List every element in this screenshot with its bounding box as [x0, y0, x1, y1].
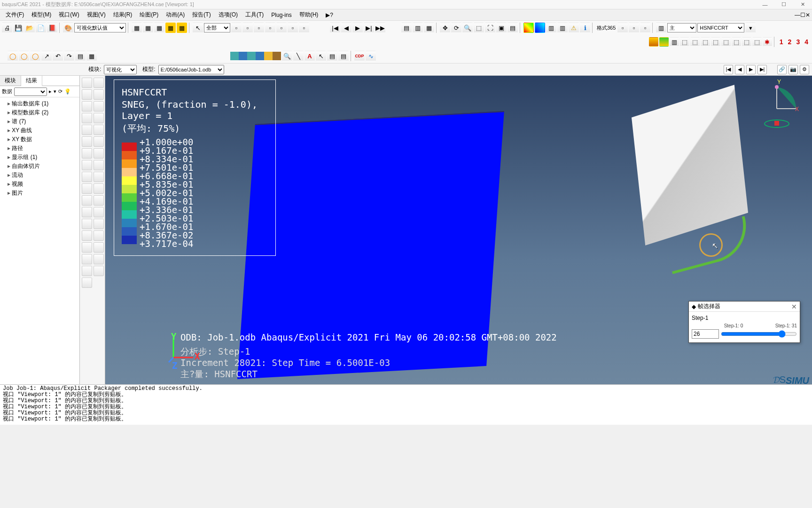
zoomwin-icon[interactable]: ⬚ [474, 23, 484, 33]
toolbox-btn[interactable] [94, 136, 104, 147]
toolbox-btn[interactable] [82, 136, 92, 147]
frame-prev-icon[interactable]: ◀ [735, 65, 744, 74]
toolbox-btn[interactable] [82, 207, 92, 217]
rb-5-icon[interactable]: ⬚ [690, 37, 700, 47]
toolbox-btn[interactable] [94, 219, 104, 229]
cube6-icon[interactable]: ▫ [288, 23, 298, 33]
rb-11-icon[interactable]: ⬚ [752, 37, 762, 47]
menu-whatsthis[interactable]: ▶? [322, 11, 337, 19]
grid1-icon[interactable]: ▤ [401, 23, 412, 33]
toolbox-btn[interactable] [82, 113, 92, 123]
tree-item[interactable]: 自由体切片 [1, 162, 78, 171]
open-icon[interactable]: 📂 [24, 23, 35, 33]
book-icon[interactable]: 📕 [47, 23, 57, 33]
model-combo[interactable]: E:/0506cae/Job-1.odb [158, 65, 224, 74]
grid3-icon[interactable]: ▦ [424, 23, 434, 33]
anim-first-icon[interactable]: |◀ [330, 23, 340, 33]
color4-icon[interactable]: ▥ [557, 23, 568, 33]
circle1-icon[interactable]: ◯ [8, 51, 18, 61]
cursor2-icon[interactable]: ↖ [316, 51, 326, 61]
tree-tab-results[interactable]: 结果 [21, 76, 42, 86]
view-scope-combo[interactable]: 全部 [204, 23, 230, 32]
rb-10-icon[interactable]: ⬚ [742, 37, 751, 47]
toolbox-btn[interactable] [82, 230, 92, 241]
line-icon[interactable]: ╲ [293, 51, 304, 61]
cube3-icon[interactable]: ▫ [254, 23, 264, 33]
cube5-icon[interactable]: ▫ [276, 23, 287, 33]
tree-bulb-icon[interactable]: 💡 [64, 88, 71, 95]
tree-filter-combo[interactable] [14, 87, 47, 96]
color1-icon[interactable] [523, 23, 534, 33]
frame-number-input[interactable] [692, 329, 719, 339]
frame-selector-dialog[interactable]: ◆ 帧选择器 ✕ Step-1 Step-1: 0 Step-1: 31 [688, 301, 800, 343]
toolbox-btn[interactable] [94, 148, 104, 159]
warn-icon[interactable]: ⚠ [569, 23, 579, 33]
toolbox-btn[interactable] [82, 89, 92, 100]
highlight2-icon[interactable]: ▦ [177, 23, 187, 33]
rb-2-icon[interactable] [659, 37, 669, 47]
menu-model[interactable]: 模型(M) [28, 10, 55, 20]
rb-axis-icon[interactable]: ✱ [763, 37, 772, 47]
tree-item[interactable]: 流动 [1, 171, 78, 180]
close-button[interactable]: ✕ [793, 1, 812, 8]
menu-view[interactable]: 视图(V) [83, 10, 109, 20]
toolbox-btn[interactable] [94, 183, 104, 194]
toolbox-btn[interactable] [94, 125, 104, 135]
maximize-button[interactable]: ☐ [774, 1, 793, 8]
tree-item[interactable]: 图片 [1, 189, 78, 198]
toolbox-btn[interactable] [82, 278, 92, 288]
num-4[interactable]: 4 [803, 38, 810, 46]
menu-plugins[interactable]: Plug-ins [267, 11, 295, 19]
menu-plot[interactable]: 绘图(P) [136, 10, 162, 20]
iso1-icon[interactable]: ▦ [132, 23, 142, 33]
num-3[interactable]: 3 [794, 38, 802, 46]
print-icon[interactable]: 🖨 [2, 23, 12, 33]
color2-icon[interactable] [535, 23, 545, 33]
toolbox-btn[interactable] [94, 160, 104, 170]
rb-9-icon[interactable]: ⬚ [732, 37, 741, 47]
toolbox-btn[interactable] [82, 172, 92, 182]
toolbox-btn[interactable] [82, 183, 92, 194]
tree-item[interactable]: 视频 [1, 180, 78, 189]
menu-viewport[interactable]: 视口(W) [55, 10, 83, 20]
frame-first-icon[interactable]: |◀ [724, 65, 733, 74]
list2-icon[interactable]: ▤ [338, 51, 349, 61]
undo-icon[interactable]: ↶ [53, 51, 63, 61]
num-2[interactable]: 2 [786, 38, 794, 46]
menu-report[interactable]: 报告(T) [188, 10, 214, 20]
toolbox-btn[interactable] [94, 172, 104, 182]
probe-icon[interactable]: 🔍 [282, 51, 292, 61]
toolbox-btn[interactable] [94, 195, 104, 206]
anim-next-icon[interactable]: ▶| [364, 23, 374, 33]
toolbox-btn[interactable] [82, 160, 92, 170]
calc-icon[interactable]: ▦ [86, 51, 97, 61]
highlight-icon[interactable]: ▦ [165, 23, 176, 33]
list1-icon[interactable]: ▤ [327, 51, 337, 61]
tree-item[interactable]: 谱 (7) [1, 117, 78, 126]
child-close-button[interactable]: ✕ [805, 12, 810, 18]
frame-slider[interactable] [721, 330, 797, 338]
menu-options[interactable]: 选项(O) [215, 10, 242, 20]
toolbox-btn[interactable] [94, 89, 104, 100]
toolbox-btn[interactable] [94, 78, 104, 88]
tree-item[interactable]: 显示组 (1) [1, 153, 78, 162]
message-area[interactable]: Job Job-1: Abaqus/Explicit Packager comp… [0, 384, 812, 425]
tree-item[interactable]: XY 数据 [1, 135, 78, 144]
arrow-icon[interactable]: ↗ [41, 51, 52, 61]
toolbox-btn[interactable] [94, 101, 104, 111]
minimize-button[interactable]: — [756, 2, 774, 8]
toolbox-btn[interactable] [94, 207, 104, 217]
tree-item[interactable]: XY 曲线 [1, 126, 78, 135]
frame-dialog-close-icon[interactable]: ✕ [791, 303, 797, 310]
script-icon[interactable]: 📄 [36, 23, 46, 33]
cube7-icon[interactable]: ▫ [299, 23, 309, 33]
cube2-icon[interactable]: ▫ [242, 23, 253, 33]
child-max-button[interactable]: ☐ [800, 12, 805, 18]
module-combo[interactable]: 可视化 [104, 65, 137, 74]
toolbox-btn[interactable] [82, 125, 92, 135]
box3-icon[interactable]: ▫ [640, 23, 650, 33]
anim-play-icon[interactable]: ▶ [352, 23, 363, 33]
link-icon[interactable]: 🔗 [777, 65, 787, 74]
frame-last-icon[interactable]: ▶| [757, 65, 767, 74]
toolbox-btn[interactable] [94, 254, 104, 264]
